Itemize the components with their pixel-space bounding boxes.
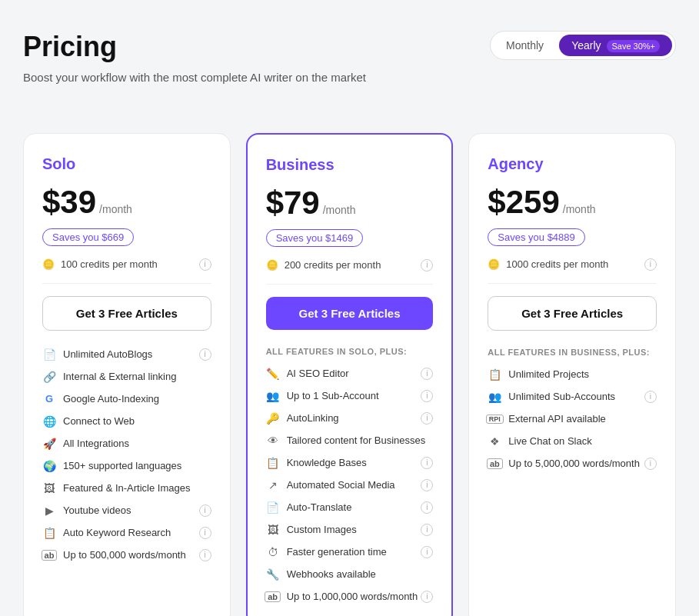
feature-icon-solo-8: 📋 <box>42 526 56 540</box>
credits-info-business[interactable]: i <box>421 259 433 271</box>
feature-icon-solo-6: 🖼 <box>42 481 56 495</box>
feature-item: 🔗 Internal & External linking <box>42 370 211 384</box>
feature-label-agency-1: Unlimited Sub-Accounts <box>508 391 615 402</box>
feature-label-business-4: Knowledge Bases <box>287 457 367 468</box>
credits-info-solo[interactable]: i <box>199 258 211 271</box>
credits-icon-solo: 🪙 <box>42 258 55 270</box>
credits-label-business: 200 credits per month <box>285 259 381 271</box>
feature-icon-business-8: ⏱ <box>266 545 280 559</box>
page-title: Pricing <box>23 31 366 63</box>
savings-badge-business: Saves you $1469 <box>266 229 363 247</box>
feature-icon-agency-3: ❖ <box>488 435 501 448</box>
price-row-solo: $39 /month <box>42 184 211 221</box>
pricing-cards: Solo $39 /month Saves you $669 🪙 100 cre… <box>23 133 676 617</box>
feature-icon-business-9: 🔧 <box>266 568 280 581</box>
feature-label-business-0: AI SEO Editor <box>287 368 349 379</box>
feature-label-business-8: Faster generation time <box>287 546 387 558</box>
plan-card-agency: Agency $259 /month Saves you $4889 🪙 100… <box>468 133 676 617</box>
feature-item: 📄 Auto-Translate i <box>266 501 434 514</box>
feature-info-agency-4[interactable]: i <box>644 458 657 470</box>
price-amount-agency: $259 <box>488 184 559 221</box>
feature-label-solo-9: Up to 500,000 words/month <box>63 549 186 561</box>
save-badge: Save 30%+ <box>607 40 660 52</box>
plan-card-business: Business $79 /month Saves you $1469 🪙 20… <box>246 133 454 617</box>
feature-label-agency-4: Up to 5,000,000 words/month <box>508 458 640 469</box>
price-period-agency: /month <box>563 203 596 215</box>
credits-info-agency[interactable]: i <box>644 258 657 271</box>
feature-info-solo-9[interactable]: i <box>199 549 211 561</box>
feature-icon-solo-9: ab <box>42 548 56 562</box>
feature-icon-business-3: 👁 <box>266 434 280 448</box>
feature-icon-solo-7: ▶ <box>42 504 56 518</box>
section-label-agency: ALL FEATURES IN BUSINESS, PLUS: <box>488 348 657 357</box>
feature-list-solo: 📄 Unlimited AutoBlogs i 🔗 Internal & Ext… <box>42 348 211 562</box>
feature-icon-solo-2: G <box>42 392 56 406</box>
feature-info-business-4[interactable]: i <box>421 457 433 469</box>
feature-label-solo-7: Youtube videos <box>63 504 131 516</box>
feature-label-business-3: Tailored content for Businesses <box>287 435 426 446</box>
billing-monthly[interactable]: Monthly <box>494 35 556 56</box>
feature-label-business-5: Automated Social Media <box>287 479 395 491</box>
feature-icon-business-7: 🖼 <box>266 523 280 537</box>
feature-icon-agency-2: RPI <box>488 412 501 426</box>
feature-item: RPI External API available <box>488 412 657 426</box>
credits-row-business: 🪙 200 credits per month i <box>266 259 434 285</box>
feature-icon-business-10: ab <box>266 590 280 604</box>
section-label-business: ALL FEATURES IN SOLO, PLUS: <box>266 347 434 356</box>
price-row-agency: $259 /month <box>488 184 657 221</box>
feature-item: ▶ Youtube videos i <box>42 504 211 518</box>
feature-label-business-9: Webhooks available <box>287 568 376 580</box>
credits-icon-business: 🪙 <box>266 259 278 271</box>
price-amount-solo: $39 <box>42 184 96 221</box>
feature-item: ↗ Automated Social Media i <box>266 478 434 492</box>
feature-item: 🚀 All Integrations <box>42 437 211 451</box>
feature-info-business-8[interactable]: i <box>421 546 433 558</box>
cta-button-business[interactable]: Get 3 Free Articles <box>266 297 434 330</box>
feature-icon-business-5: ↗ <box>266 478 280 492</box>
feature-item: ❖ Live Chat on Slack <box>488 435 657 448</box>
feature-item: 📄 Unlimited AutoBlogs i <box>42 348 211 361</box>
feature-item: 👁 Tailored content for Businesses <box>266 434 434 448</box>
feature-label-solo-6: Featured & In-Article Images <box>63 482 190 494</box>
billing-toggle: Monthly Yearly Save 30%+ <box>490 31 676 60</box>
plan-card-solo: Solo $39 /month Saves you $669 🪙 100 cre… <box>23 133 231 617</box>
feature-info-business-7[interactable]: i <box>421 524 433 536</box>
feature-label-solo-4: All Integrations <box>63 438 129 449</box>
feature-item: ab Up to 5,000,000 words/month i <box>488 457 657 471</box>
feature-icon-agency-0: 📋 <box>488 368 501 381</box>
feature-info-business-0[interactable]: i <box>421 368 433 380</box>
plan-name-business: Business <box>266 156 434 174</box>
feature-list-agency: 📋 Unlimited Projects 👥 Unlimited Sub-Acc… <box>488 368 657 471</box>
price-row-business: $79 /month <box>266 185 434 221</box>
feature-info-business-6[interactable]: i <box>421 501 433 514</box>
feature-label-business-10: Up to 1,000,000 words/month <box>287 591 418 602</box>
feature-icon-business-4: 📋 <box>266 456 280 470</box>
feature-label-agency-3: Live Chat on Slack <box>508 435 591 447</box>
feature-label-business-2: AutoLinking <box>287 412 339 424</box>
feature-icon-solo-4: 🚀 <box>42 437 56 451</box>
feature-info-business-5[interactable]: i <box>421 479 433 491</box>
feature-info-agency-1[interactable]: i <box>644 391 657 403</box>
feature-info-solo-0[interactable]: i <box>199 348 211 361</box>
feature-info-business-2[interactable]: i <box>421 412 433 425</box>
feature-item: ✏️ AI SEO Editor i <box>266 367 434 381</box>
feature-label-solo-8: Auto Keyword Research <box>63 527 171 538</box>
billing-yearly[interactable]: Yearly Save 30%+ <box>559 35 672 56</box>
feature-item: 👥 Unlimited Sub-Accounts i <box>488 390 657 404</box>
feature-item: 🌍 150+ supported languages <box>42 459 211 473</box>
savings-badge-agency: Saves you $4889 <box>488 228 584 246</box>
cta-button-agency[interactable]: Get 3 Free Articles <box>488 296 657 331</box>
feature-item: 📋 Knowledge Bases i <box>266 456 434 470</box>
feature-label-agency-2: External API available <box>508 413 605 425</box>
cta-button-solo[interactable]: Get 3 Free Articles <box>42 296 211 331</box>
feature-info-solo-7[interactable]: i <box>199 504 211 517</box>
feature-icon-agency-1: 👥 <box>488 390 501 404</box>
feature-info-business-1[interactable]: i <box>421 390 433 402</box>
credits-label-solo: 100 credits per month <box>61 258 158 270</box>
feature-icon-solo-0: 📄 <box>42 348 56 361</box>
credits-row-solo: 🪙 100 credits per month i <box>42 258 211 284</box>
feature-info-solo-8[interactable]: i <box>199 527 211 539</box>
plan-name-agency: Agency <box>488 155 657 173</box>
feature-info-business-10[interactable]: i <box>421 591 433 603</box>
credits-icon-agency: 🪙 <box>488 258 500 270</box>
